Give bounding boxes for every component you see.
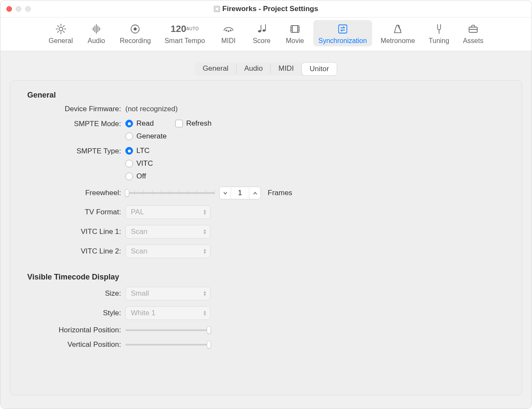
select-value: Small xyxy=(131,289,149,298)
svg-point-5 xyxy=(230,30,231,31)
caret-icon: ▲▼ xyxy=(203,229,207,235)
radio-smpte-type-vitc[interactable]: VITC xyxy=(125,159,505,168)
select-vitc-line-1[interactable]: Scan ▲▼ xyxy=(125,225,211,239)
waveform-icon xyxy=(88,23,105,35)
label-vitc-line-2: VITC Line 2: xyxy=(27,247,121,256)
select-vitc-line-2[interactable]: Scan ▲▼ xyxy=(125,245,211,258)
toolbar-tab-assets[interactable]: Assets xyxy=(458,20,489,46)
radio-icon xyxy=(125,173,133,180)
radio-smpte-type-ltc[interactable]: LTC xyxy=(125,147,505,155)
visible-timecode-form: Size: Small ▲▼ Style: White 1 ▲▼ Horizon… xyxy=(27,287,505,349)
select-value: White 1 xyxy=(131,309,156,317)
caret-icon: ▲▼ xyxy=(203,291,207,297)
toolbar-tab-label: Assets xyxy=(463,37,483,45)
label-horizontal-position: Horizontal Position: xyxy=(27,326,121,334)
checkbox-icon xyxy=(175,120,183,127)
checkbox-label: Refresh xyxy=(186,119,212,128)
value-device-firmware: (not recognized) xyxy=(125,105,505,113)
radio-smpte-mode-read[interactable]: Read xyxy=(125,119,154,128)
gear-icon xyxy=(52,23,69,35)
stepper-increment[interactable] xyxy=(249,187,260,199)
settings-panel: General Device Firmware: (not recognized… xyxy=(10,80,522,395)
toolbar: General Audio Recording 120 AUTO Smart T… xyxy=(0,17,532,51)
window-title: Fireworks - Project Settings xyxy=(223,5,318,13)
subtab-midi[interactable]: MIDI xyxy=(271,62,301,76)
toolbar-tab-label: Movie xyxy=(286,37,304,45)
toolbar-tab-smart-tempo[interactable]: 120 AUTO Smart Tempo xyxy=(159,20,210,46)
stepper-decrement[interactable] xyxy=(220,187,231,199)
label-vitc-line-1: VITC Line 1: xyxy=(27,228,121,236)
toolbar-tab-audio[interactable]: Audio xyxy=(81,20,111,46)
briefcase-icon xyxy=(465,23,482,35)
titlebar: Fireworks - Project Settings xyxy=(0,0,532,17)
caret-icon: ▲▼ xyxy=(203,248,207,254)
svg-point-2 xyxy=(134,28,137,31)
svg-point-6 xyxy=(258,30,261,32)
select-style[interactable]: White 1 ▲▼ xyxy=(125,306,211,320)
label-vertical-position: Vertical Position: xyxy=(27,340,121,349)
radio-label: Off xyxy=(136,172,146,181)
label-smpte-type: SMPTE Type: xyxy=(27,147,121,156)
toolbar-tab-movie[interactable]: Movie xyxy=(280,20,310,46)
section-title-general: General xyxy=(27,91,522,100)
section-title-visible-timecode: Visible Timecode Display xyxy=(27,273,522,282)
project-settings-window: Fireworks - Project Settings General Aud… xyxy=(0,0,532,409)
toolbar-tab-tuning[interactable]: Tuning xyxy=(424,20,454,46)
slider-vertical-position[interactable] xyxy=(125,341,211,349)
label-freewheel: Freewheel: xyxy=(27,189,121,197)
subtab-unitor[interactable]: Unitor xyxy=(301,62,337,76)
label-tv-format: TV Format: xyxy=(27,208,121,216)
subtab-general[interactable]: General xyxy=(195,62,236,76)
subtab-audio[interactable]: Audio xyxy=(237,62,270,76)
midi-icon xyxy=(220,23,237,35)
tempo-icon: 120 AUTO xyxy=(176,23,193,35)
label-style: Style: xyxy=(27,309,121,317)
toolbar-tab-label: Metronome xyxy=(381,37,415,45)
radio-label: Read xyxy=(136,119,154,128)
zoom-window-button[interactable] xyxy=(25,6,31,12)
radio-label: VITC xyxy=(136,159,153,168)
caret-icon: ▲▼ xyxy=(203,310,207,316)
slider-freewheel[interactable] xyxy=(125,189,215,197)
minimize-window-button[interactable] xyxy=(16,6,21,12)
radio-icon xyxy=(125,147,133,155)
stepper-freewheel[interactable]: 1 xyxy=(219,187,261,199)
toolbar-tab-general[interactable]: General xyxy=(43,20,78,46)
toolbar-tab-score[interactable]: Score xyxy=(247,20,277,46)
window-title-wrap: Fireworks - Project Settings xyxy=(214,5,318,13)
select-value: PAL xyxy=(131,208,144,216)
toolbar-tab-label: Score xyxy=(253,37,271,45)
window-controls xyxy=(6,6,31,12)
toolbar-tab-metronome[interactable]: Metronome xyxy=(376,20,420,46)
toolbar-tab-synchronization[interactable]: Synchronization xyxy=(313,20,372,46)
select-size[interactable]: Small ▲▼ xyxy=(125,287,211,300)
svg-rect-9 xyxy=(338,25,347,33)
radio-label: LTC xyxy=(136,147,150,155)
radio-icon xyxy=(125,120,133,127)
checkbox-refresh[interactable]: Refresh xyxy=(175,119,212,128)
toolbar-tab-recording[interactable]: Recording xyxy=(115,20,156,46)
document-proxy-icon xyxy=(214,6,220,12)
radio-smpte-type-off[interactable]: Off xyxy=(125,172,505,181)
radio-icon xyxy=(125,132,133,140)
sync-icon xyxy=(334,23,351,35)
radio-smpte-mode-generate[interactable]: Generate xyxy=(125,132,505,141)
svg-point-3 xyxy=(226,30,227,31)
select-tv-format[interactable]: PAL ▲▼ xyxy=(125,205,211,219)
close-window-button[interactable] xyxy=(6,6,12,12)
toolbar-tab-label: Smart Tempo xyxy=(165,37,205,45)
tempo-value: 120 xyxy=(171,24,186,34)
subtab-bar: General Audio MIDI Unitor xyxy=(10,62,522,76)
toolbar-tab-label: Audio xyxy=(88,37,105,45)
toolbar-tab-label: General xyxy=(49,37,73,45)
toolbar-tab-midi[interactable]: MIDI xyxy=(214,20,243,46)
caret-icon: ▲▼ xyxy=(203,209,207,215)
toolbar-tab-label: Synchronization xyxy=(318,37,367,45)
slider-horizontal-position[interactable] xyxy=(125,326,211,334)
radio-icon xyxy=(125,160,133,167)
svg-rect-10 xyxy=(469,27,477,32)
radio-label: Generate xyxy=(136,132,167,141)
segmented-control: General Audio MIDI Unitor xyxy=(195,62,337,76)
tempo-mode: AUTO xyxy=(186,27,199,31)
score-icon xyxy=(253,23,270,35)
